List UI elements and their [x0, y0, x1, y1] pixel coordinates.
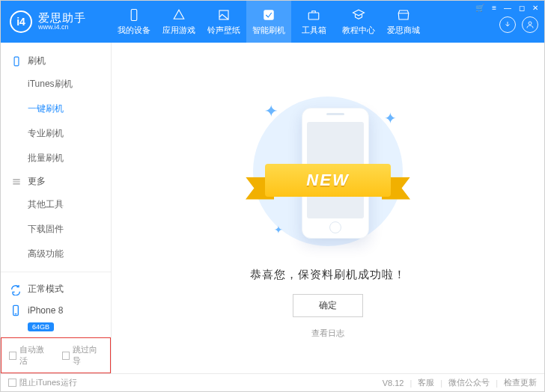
sparkle-icon: ✦	[384, 109, 397, 127]
device-name[interactable]: iPhone 8	[10, 300, 102, 321]
success-illustration: ✦ ✦ ✦ NEW	[231, 93, 425, 250]
checkbox-icon	[9, 352, 16, 360]
svg-point-4	[529, 22, 532, 25]
tab-label: 应用游戏	[162, 25, 195, 36]
block-itunes-checkbox[interactable]: 阻止iTunes运行	[8, 377, 77, 388]
menu-icon[interactable]: ≡	[492, 4, 496, 12]
svg-rect-5	[14, 57, 19, 66]
toolbox-icon	[307, 8, 320, 22]
ribbon-text: NEW	[265, 164, 391, 197]
refresh-icon	[10, 284, 22, 295]
header: i4 爱思助手 www.i4.cn 我的设备 应用游戏 铃声壁纸 智能刷机	[1, 1, 544, 43]
header-right: 🛒 ≡ — ◻ ✕	[475, 1, 544, 43]
ok-button[interactable]: 确定	[293, 294, 363, 317]
app-title: 爱思助手	[38, 12, 86, 25]
mode-label: 正常模式	[28, 283, 64, 295]
checkbox-icon	[8, 379, 16, 387]
svg-rect-0	[131, 9, 137, 20]
sparkle-icon: ✦	[264, 102, 278, 121]
download-button[interactable]	[499, 16, 516, 33]
version-label: V8.12	[383, 379, 404, 388]
footer: 阻止iTunes运行 V8.12 | 客服 | 微信公众号 | 检查更新	[1, 373, 544, 391]
phone-icon	[11, 56, 22, 67]
sidebar-item-itunes-flash[interactable]: iTunes刷机	[1, 72, 111, 97]
tab-flash[interactable]: 智能刷机	[246, 1, 291, 43]
tab-label: 智能刷机	[252, 25, 285, 36]
device-icon	[127, 8, 141, 22]
skip-guide-checkbox[interactable]: 跳过向导	[62, 344, 103, 367]
tab-ringtones[interactable]: 铃声壁纸	[201, 1, 246, 43]
device-label: iPhone 8	[28, 305, 63, 316]
account-button[interactable]	[522, 16, 538, 33]
logo-badge: i4	[10, 10, 32, 33]
sidebar-item-other-tools[interactable]: 其他工具	[1, 192, 111, 217]
tab-store[interactable]: 爱思商城	[381, 1, 426, 43]
support-link[interactable]: 客服	[418, 377, 434, 388]
menu-icon	[11, 177, 22, 187]
tab-toolbox[interactable]: 工具箱	[291, 1, 336, 43]
sidebar-item-oneclick-flash[interactable]: 一键刷机	[1, 97, 111, 121]
sparkle-icon: ✦	[274, 224, 283, 236]
maximize-button[interactable]: ◻	[519, 4, 525, 12]
tab-label: 教程中心	[342, 25, 375, 36]
store-icon	[397, 8, 410, 22]
sidebar-section-flash[interactable]: 刷机	[1, 50, 111, 72]
svg-rect-3	[308, 13, 319, 19]
sidebar-item-download-fw[interactable]: 下载固件	[1, 217, 111, 242]
device-mode[interactable]: 正常模式	[10, 278, 102, 300]
section-label: 更多	[28, 175, 46, 188]
sidebar-section-more[interactable]: 更多	[1, 171, 111, 192]
sidebar-item-advanced[interactable]: 高级功能	[1, 242, 111, 266]
checkbox-label: 阻止iTunes运行	[19, 377, 77, 388]
content: ✦ ✦ ✦ NEW 恭喜您，保资料刷机成功啦！ 确定 查看日志	[112, 43, 544, 373]
tab-tutorial[interactable]: 教程中心	[336, 1, 381, 43]
app-url: www.i4.cn	[38, 24, 86, 31]
success-message: 恭喜您，保资料刷机成功啦！	[250, 268, 406, 282]
close-button[interactable]: ✕	[532, 4, 538, 12]
apps-icon	[172, 8, 186, 22]
tab-label: 我的设备	[118, 25, 150, 36]
wechat-link[interactable]: 微信公众号	[448, 377, 490, 388]
minimize-button[interactable]: —	[504, 4, 511, 12]
checkbox-icon	[62, 352, 70, 360]
storage-badge: 64GB	[28, 322, 54, 331]
tab-label: 铃声壁纸	[207, 25, 240, 36]
sidebar-item-batch-flash[interactable]: 批量刷机	[1, 146, 111, 171]
cart-icon[interactable]: 🛒	[475, 4, 484, 12]
checkbox-label: 跳过向导	[73, 344, 103, 367]
wallpaper-icon	[217, 8, 231, 22]
phone-icon	[10, 304, 22, 316]
tab-label: 爱思商城	[387, 25, 420, 36]
tab-label: 工具箱	[302, 25, 326, 36]
tab-apps[interactable]: 应用游戏	[156, 1, 201, 43]
logo: i4 爱思助手 www.i4.cn	[1, 1, 112, 43]
new-ribbon: NEW	[246, 164, 410, 207]
sidebar: 刷机 iTunes刷机 一键刷机 专业刷机 批量刷机 更多 其他工具 下载固件 …	[1, 43, 112, 373]
tab-my-device[interactable]: 我的设备	[112, 1, 156, 43]
check-update-link[interactable]: 检查更新	[504, 377, 537, 388]
options-highlight: 自动激活 跳过向导	[1, 337, 111, 373]
flash-icon	[262, 8, 275, 22]
top-tabs: 我的设备 应用游戏 铃声壁纸 智能刷机 工具箱 教程中心	[112, 1, 475, 43]
auto-activate-checkbox[interactable]: 自动激活	[9, 344, 50, 367]
section-label: 刷机	[28, 55, 46, 67]
view-log-link[interactable]: 查看日志	[311, 328, 344, 339]
svg-rect-2	[264, 10, 274, 20]
checkbox-label: 自动激活	[19, 344, 49, 367]
tutorial-icon	[352, 8, 365, 22]
sidebar-item-pro-flash[interactable]: 专业刷机	[1, 121, 111, 146]
